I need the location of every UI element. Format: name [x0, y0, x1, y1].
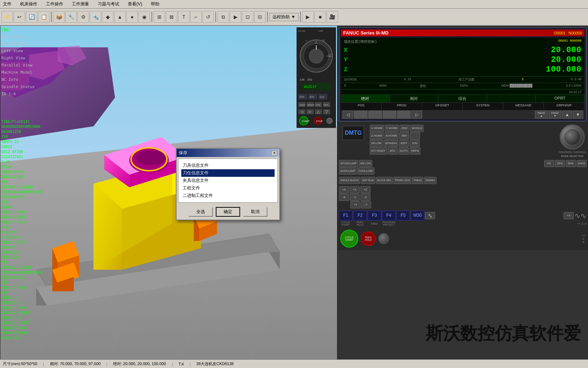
toolbar-btn-1[interactable]: ⚡	[1, 11, 13, 23]
cool-lube-btn[interactable]: COOL/LUBE	[357, 167, 374, 175]
dialog-ok-btn[interactable]: 确定	[216, 207, 240, 217]
page-down-btn[interactable]: PAGE ▼	[549, 111, 561, 119]
menu-help[interactable]: 帮助	[149, 0, 161, 8]
f5-btn[interactable]: F5	[396, 211, 410, 221]
dnc-btn[interactable]: DNC	[400, 125, 410, 132]
toolbar-btn-3[interactable]: 🔄	[26, 11, 37, 23]
nav-right[interactable]: ▷	[411, 111, 422, 119]
menu-machine-model[interactable]: Machine Model	[0, 69, 43, 76]
toolbar-btn-7[interactable]: ⚙	[78, 11, 89, 23]
toolbar-btn-8[interactable]: 🔩	[90, 11, 101, 23]
z-home-btn[interactable]: Z HOME	[370, 132, 384, 139]
dialog-cancel-btn[interactable]: 取消	[243, 207, 267, 217]
nav-center4[interactable]	[397, 111, 411, 119]
plus-x-btn[interactable]: +X	[350, 186, 360, 193]
menu-front-view[interactable]: Front View	[0, 33, 43, 40]
tab-absolute[interactable]: 绝对	[341, 95, 390, 102]
air-low-btn[interactable]: AIR LOW	[359, 160, 373, 167]
menu-spindle-status[interactable]: Spindle Status	[0, 83, 43, 91]
spare1-btn[interactable]: SPARE1	[424, 177, 437, 184]
toolbar-btn-15[interactable]: T	[178, 11, 190, 23]
nav-center3[interactable]	[383, 111, 396, 119]
minus-x-btn[interactable]: -X	[350, 194, 360, 201]
minus-y-btn[interactable]: -Y	[361, 201, 371, 208]
25-pct-btn[interactable]: 25%	[555, 160, 565, 167]
nav-center2[interactable]	[368, 111, 382, 119]
page-up-btn[interactable]: PAGE ▲	[535, 111, 548, 119]
softkey-ofs[interactable]: OFS/SET	[422, 103, 463, 110]
tab-oprt[interactable]: OPRT	[536, 95, 584, 102]
minus-z-btn[interactable]: -Z	[360, 194, 370, 201]
f0-btn[interactable]: F0	[544, 160, 554, 167]
50-pct-btn[interactable]: 50%	[566, 160, 576, 167]
softkey-prog[interactable]: PROG	[382, 103, 422, 110]
toolbar-btn-21[interactable]: ⊟	[254, 11, 266, 23]
menu-right-view[interactable]: Right View	[0, 55, 43, 62]
toolbar-stop-btn[interactable]: ■	[314, 11, 326, 23]
toolbar-record-btn[interactable]: 🎥	[327, 11, 338, 23]
menu-view[interactable]: 查看(V)	[126, 0, 144, 8]
x-home-btn[interactable]: X HOME	[370, 125, 384, 132]
toolbar-btn-18[interactable]: ⧉	[218, 11, 229, 23]
refa-btn[interactable]: REFA	[410, 147, 420, 155]
dialog-select-all-btn[interactable]: 全选	[188, 207, 213, 217]
menu-nc-info[interactable]: NC Info	[0, 76, 43, 83]
100-pct-btn[interactable]: 100%	[577, 160, 587, 167]
nav-left[interactable]: ◁	[342, 111, 353, 119]
sp-unclamp-btn[interactable]: SP/UNCLAMP	[339, 160, 358, 167]
menu-parallel-view[interactable]: Parallel View	[0, 62, 43, 69]
plus-z-btn[interactable]: +Z	[360, 186, 370, 193]
mdi-btn[interactable]: MDI	[399, 132, 409, 139]
softkey-message[interactable]: MESSAGE	[503, 103, 544, 110]
toolbar-btn-9[interactable]: ◆	[102, 11, 113, 23]
tab-relative[interactable]: 相对	[390, 95, 439, 102]
drill-btn[interactable]: 🔧	[425, 212, 435, 219]
dialog-item-3[interactable]: 夹具信息文件	[181, 177, 275, 184]
dialog-item-1[interactable]: 刀具信息文件	[181, 162, 275, 169]
cursor-down[interactable]: ▼	[573, 111, 583, 119]
y-home-btn[interactable]: Y HOME	[385, 125, 399, 132]
toolbar-btn-17[interactable]: ↺	[202, 11, 214, 23]
feed-override-knob[interactable]	[560, 124, 585, 150]
toolbar-btn-4[interactable]: 📋	[38, 11, 50, 23]
menu-exercises[interactable]: 习题与考试	[96, 0, 121, 8]
softkey-system[interactable]: SYSTEM	[463, 103, 503, 110]
menu-top-screen[interactable]: Top Screen	[0, 40, 43, 47]
sflow-btn[interactable]: SFLOW	[370, 140, 383, 147]
f3-btn[interactable]: F3	[368, 211, 381, 221]
toolbar-btn-2[interactable]: ↩	[14, 11, 25, 23]
a-home-btn[interactable]: A HOME	[384, 132, 398, 139]
f2-btn[interactable]: F2	[353, 211, 367, 221]
tab-combined[interactable]: 综合	[438, 95, 487, 102]
remote-assist-btn[interactable]: 远程协助 ▼	[269, 13, 299, 21]
sp-high-btn[interactable]: SP/HIGH	[383, 140, 398, 147]
cursor-up[interactable]: ▲	[562, 111, 572, 119]
m30-btn[interactable]: M30	[411, 211, 424, 221]
pres1-btn[interactable]: PRES1	[412, 177, 423, 184]
small-knob[interactable]	[378, 233, 389, 244]
toolbar-btn-16[interactable]: ⌐	[190, 11, 202, 23]
softkey-pos[interactable]: POS	[341, 103, 382, 110]
dialog-item-4[interactable]: 工程文件	[181, 184, 275, 192]
feed-hold-btn[interactable]: FEEDHOLD	[361, 231, 375, 246]
softkey-grph[interactable]: GRPH/GR	[544, 103, 584, 110]
whole-btn[interactable]: WHOLE	[410, 125, 424, 132]
auto-btn[interactable]: AUTO	[398, 147, 409, 155]
menu-measurement[interactable]: 工件测量	[70, 0, 90, 8]
toolbar-btn-13[interactable]: ⊞	[154, 11, 165, 23]
f4-btn[interactable]: F4	[382, 211, 396, 221]
toolbar-btn-6[interactable]: 🔧	[65, 11, 77, 23]
toolbar-btn-14[interactable]: ⊠	[166, 11, 177, 23]
plus-x-large[interactable]: +X	[564, 212, 574, 219]
menu-machine-op[interactable]: 机床操作	[19, 0, 39, 8]
plus-a-btn[interactable]: +A	[339, 186, 349, 193]
toolbar-btn-12[interactable]: ◉	[139, 11, 150, 23]
atc-ready-btn[interactable]: ATC READY	[370, 147, 387, 155]
dialog-item-5[interactable]: 二进制工程文件	[181, 192, 275, 199]
f1-btn[interactable]: F1	[339, 211, 353, 221]
toolbar-btn-11[interactable]: ●	[126, 11, 138, 23]
toolbar-btn-5[interactable]: 📦	[53, 11, 65, 23]
minus-a-btn[interactable]: -A	[339, 194, 349, 201]
jog-btn[interactable]: JOG	[410, 140, 420, 147]
menu-left-view[interactable]: Left View	[0, 47, 43, 55]
